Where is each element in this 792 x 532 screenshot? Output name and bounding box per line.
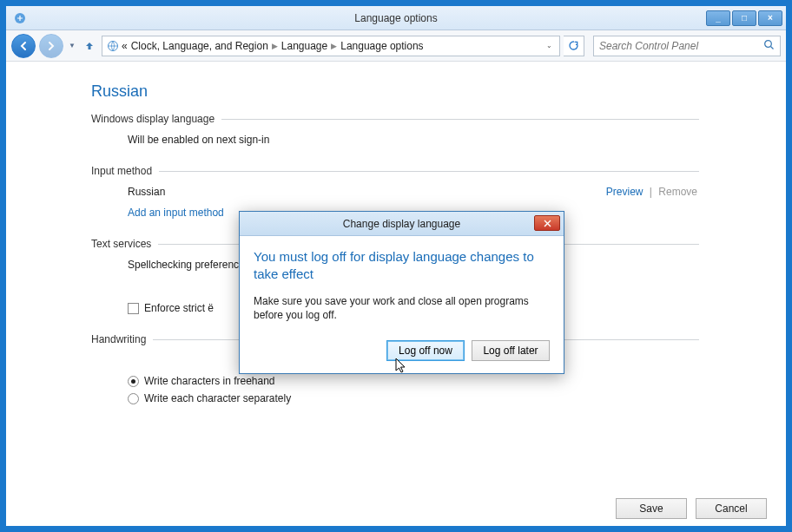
remove-link: Remove [658, 186, 697, 198]
dialog-body-text: Make sure you save your work and close a… [254, 294, 550, 324]
search-box[interactable] [593, 36, 781, 56]
dialog-close-button[interactable] [534, 215, 560, 231]
close-button[interactable]: × [758, 10, 782, 26]
app-icon [13, 11, 27, 25]
up-button[interactable] [81, 37, 98, 55]
add-input-method-link[interactable]: Add an input method [128, 207, 224, 219]
radio-separate-label: Write each character separately [144, 392, 291, 404]
breadcrumb-seg-3[interactable]: Language options [340, 40, 423, 52]
breadcrumb-dropdown-icon[interactable]: ⌄ [546, 42, 552, 49]
breadcrumb-prefix: « [122, 40, 128, 52]
section-display-language: Windows display language [91, 113, 699, 125]
change-display-language-dialog: Change display language You must log off… [239, 211, 564, 374]
search-icon[interactable] [763, 39, 775, 53]
svg-point-2 [765, 40, 772, 47]
log-off-later-button[interactable]: Log off later [472, 340, 550, 361]
maximize-button[interactable]: □ [732, 10, 756, 26]
cancel-button[interactable]: Cancel [696, 498, 767, 519]
minimize-button[interactable]: _ [706, 10, 730, 26]
dialog-heading: You must log off for display language ch… [254, 248, 550, 284]
titlebar: Language options _ □ × [6, 6, 786, 30]
globe-icon [106, 39, 120, 53]
window-title: Language options [354, 12, 437, 24]
refresh-button[interactable] [564, 36, 584, 56]
breadcrumb-seg-1[interactable]: Clock, Language, and Region [131, 40, 268, 52]
log-off-now-button[interactable]: Log off now [386, 340, 465, 361]
display-language-status: Will be enabled on next sign-in [128, 134, 699, 146]
breadcrumb-seg-2[interactable]: Language [281, 40, 327, 52]
forward-button[interactable] [39, 34, 63, 58]
strict-e-label: Enforce strict ë [144, 302, 214, 314]
dialog-titlebar: Change display language [240, 212, 564, 236]
radio-separate[interactable] [128, 393, 139, 404]
history-dropdown-icon[interactable]: ▼ [67, 41, 77, 51]
dialog-title: Change display language [343, 218, 460, 230]
section-input-method: Input method [91, 165, 699, 177]
back-button[interactable] [11, 34, 36, 58]
chevron-right-icon: ▶ [272, 42, 278, 50]
radio-freehand-label: Write characters in freehand [144, 375, 275, 387]
preview-link[interactable]: Preview [606, 186, 644, 198]
radio-freehand[interactable] [128, 376, 139, 387]
page-title: Russian [91, 82, 786, 101]
search-input[interactable] [599, 40, 763, 52]
breadcrumb[interactable]: « Clock, Language, and Region ▶ Language… [102, 36, 560, 56]
save-button[interactable]: Save [616, 498, 687, 519]
chevron-right-icon: ▶ [331, 42, 337, 50]
strict-e-checkbox[interactable] [128, 303, 139, 314]
window-controls: _ □ × [706, 10, 786, 26]
navbar: ▼ « Clock, Language, and Region ▶ Langua… [6, 30, 786, 62]
input-method-name: Russian [128, 186, 165, 198]
